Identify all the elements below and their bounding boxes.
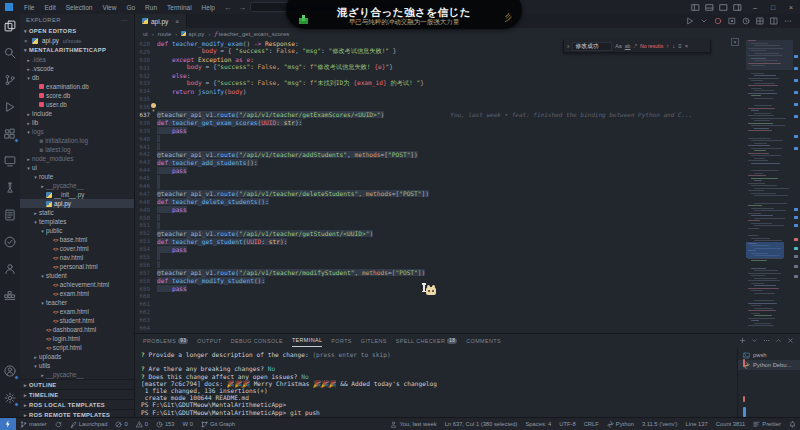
crumb-teacher-get-exam-scores[interactable]: ƒteacher_get_exam_scores [214, 30, 289, 37]
tab-close-icon[interactable]: × [175, 18, 179, 25]
layout-controls[interactable] [691, 0, 742, 14]
live-server-icon[interactable] [714, 17, 722, 25]
code-line-649[interactable]: 649 pass [135, 206, 746, 214]
code-line-631[interactable]: 631 body = {"success": False, "msg": f"修… [135, 64, 746, 72]
crumb-route[interactable]: route [158, 31, 172, 37]
find-input[interactable]: 修改成功 [572, 42, 612, 51]
breadcrumb[interactable]: ui›route›api.py›ƒteacher_get_exam_scores [135, 28, 740, 39]
tree-item-exam-html[interactable]: <>exam.html [20, 307, 134, 316]
status-prettier[interactable]: Prettier [749, 421, 785, 428]
tree-item---pycache--[interactable]: ▸__pycache__ [20, 181, 134, 190]
find-in-selection-icon[interactable]: ≡ [678, 43, 682, 49]
status-3-11-5---venv--[interactable]: 3.11.5 ('venv') [638, 421, 682, 427]
menu-edit[interactable]: Edit [39, 4, 60, 11]
code-line-652[interactable]: 652@teacher_api_v1.route("/api/v1/teache… [135, 229, 746, 237]
status-ln-637--col-1--380-selected-[interactable]: Ln 637, Col 1 (380 selected) [441, 421, 522, 427]
tree-item-login-html[interactable]: <>login.html [20, 334, 134, 343]
code-line-635[interactable]: 635 [135, 95, 746, 103]
more-actions-icon[interactable] [763, 337, 770, 344]
activity-extensions-icon[interactable] [2, 126, 18, 142]
menu-file[interactable]: File [19, 4, 39, 11]
code-line-661[interactable]: 661 [135, 300, 746, 308]
find-next-icon[interactable]: ↓ [672, 43, 675, 49]
status-python[interactable]: Python [603, 421, 638, 428]
tree-item-route[interactable]: ▾route [20, 172, 134, 181]
status-0[interactable]: 0 [132, 421, 152, 428]
screencast-icon[interactable] [728, 17, 736, 25]
code-line-647[interactable]: 647@teacher_api_v1.route("/api/v1/teache… [135, 190, 746, 198]
crumb-api-py[interactable]: api.py [181, 31, 204, 37]
tree-item-student-html[interactable]: <>student.html [20, 316, 134, 325]
code-line-637[interactable]: 637@teacher_api_v1.route("/api/v1/teache… [135, 111, 746, 119]
status-w-0[interactable]: W 0 [179, 421, 197, 427]
tree-item-exam-html[interactable]: <>exam.html [20, 289, 134, 298]
split-editor-icon[interactable] [770, 17, 778, 25]
status-count-3811[interactable]: Count 3811 [712, 421, 750, 427]
tree-item-nav-html[interactable]: <>nav.html [20, 253, 134, 262]
code-line-645[interactable]: 645 [135, 174, 746, 182]
tree-item-ui[interactable]: ▾ui [20, 163, 134, 172]
tree-item-achievement-html[interactable]: <>achievement.html [20, 280, 134, 289]
tree-item-user-db[interactable]: user.db [20, 100, 134, 109]
section-timeline[interactable]: ▸TIMELINE [20, 389, 134, 399]
activity-search-icon[interactable] [2, 45, 18, 61]
code-line-644[interactable]: 644 pass [135, 166, 746, 174]
panel-tab-problems[interactable]: PROBLEMS93 [143, 334, 188, 347]
lightbulb-icon[interactable] [151, 103, 156, 108]
menu-help[interactable]: Help [197, 4, 220, 11]
tree-item-score-db[interactable]: score.db [20, 91, 134, 100]
activity-contributor-icon[interactable] [2, 261, 18, 277]
panel-tab-comments[interactable]: COMMENTS [466, 334, 501, 347]
whole-word-icon[interactable]: ab [625, 43, 631, 49]
close-panel-icon[interactable] [787, 337, 794, 344]
activity-containers-icon[interactable] [2, 288, 18, 304]
tree-item-include[interactable]: ▸include [20, 109, 134, 118]
status-bell[interactable] [785, 421, 800, 428]
status-153[interactable]: 153 [152, 421, 179, 428]
tree-item-api-py[interactable]: api.py [20, 199, 134, 208]
layout-c-icon[interactable] [719, 3, 728, 12]
crumb-ui[interactable]: ui [143, 31, 148, 37]
tree-item--idea[interactable]: ▸.idea [20, 55, 134, 64]
code-line-662[interactable]: 662 [135, 308, 746, 316]
grid-icon[interactable] [756, 17, 764, 25]
tree-item-public[interactable]: ▾public [20, 226, 134, 235]
panel-tab-ports[interactable]: PORTS [331, 334, 351, 347]
status-master[interactable]: master [16, 421, 51, 428]
terminal-dropdown-icon[interactable] [751, 337, 758, 344]
activity-settings-icon[interactable] [2, 390, 18, 406]
tree-item---init---py[interactable]: __init__.py [20, 190, 134, 199]
match-case-icon[interactable]: Aa [615, 43, 621, 49]
panel-tab-gitlens[interactable]: GITLENS [361, 334, 387, 347]
code-line-633[interactable]: 633 body = {"success": False, "msg": f"未… [135, 79, 746, 87]
tree-item-node-modules[interactable]: ▸node_modules [20, 154, 134, 163]
code-line-660[interactable]: 660 [135, 293, 746, 301]
status-git-graph[interactable]: Git Graph [197, 421, 239, 428]
activity-source-control-icon[interactable] [2, 72, 18, 88]
tree-item-dashboard-html[interactable]: <>dashboard.html [20, 325, 134, 334]
tree-item-static[interactable]: ▸static [20, 208, 134, 217]
tree-item-personal-html[interactable]: <>personal.html [20, 262, 134, 271]
activity-testing-icon[interactable] [2, 180, 18, 196]
code-line-658[interactable]: 658def teacher_modify_student(): [135, 277, 746, 285]
maximize-panel-icon[interactable] [775, 337, 782, 344]
workspace-root[interactable]: ▾MENTALARITHMETICAPP [20, 45, 134, 55]
code-line-657[interactable]: 657@teacher_api_v1.route("/api/v1/teache… [135, 269, 746, 277]
regex-icon[interactable]: .* [633, 43, 636, 49]
code-editor[interactable]: 628def teacher_modify_exam() -> Response… [135, 40, 746, 333]
menu-go[interactable]: Go [121, 4, 140, 11]
activity-remote-explorer-icon[interactable] [2, 153, 18, 169]
code-line-641[interactable]: 641 [135, 143, 746, 151]
menu-run[interactable]: Run [140, 4, 162, 11]
status-crlf[interactable]: CRLF [580, 421, 603, 427]
tree-item-utils[interactable]: ▾utils [20, 361, 134, 370]
code-line-642[interactable]: 642@teacher_api_v1.route("/api/v1/teache… [135, 150, 746, 158]
terminal[interactable]: ? Provide a longer description of the ch… [135, 348, 735, 417]
tree-item-teacher[interactable]: ▾teacher [20, 298, 134, 307]
activity-notebook-icon[interactable] [2, 207, 18, 223]
find-expand-icon[interactable]: › [567, 43, 569, 50]
tree-item-cover-html[interactable]: <>cover.html [20, 244, 134, 253]
status-utf-8[interactable]: UTF-8 [555, 421, 579, 427]
tree-item-logs[interactable]: ▾logs [20, 127, 134, 136]
find-close-icon[interactable]: × [685, 43, 689, 49]
